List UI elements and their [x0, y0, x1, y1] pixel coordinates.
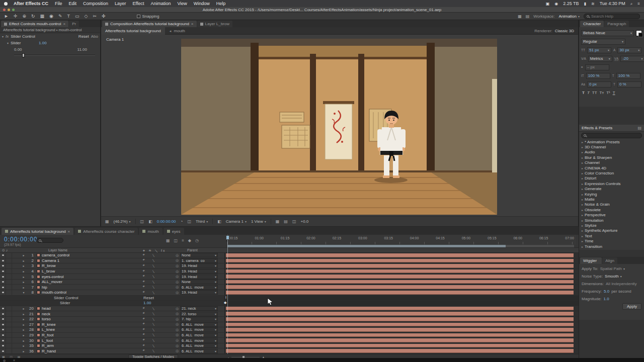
layer-name[interactable]: L_brow: [42, 269, 139, 274]
layer-track[interactable]: [224, 253, 579, 258]
workspace-selector[interactable]: Animation: [558, 14, 580, 19]
layer-name[interactable]: R_knee: [42, 322, 139, 327]
notification-center-icon[interactable]: [637, 1, 640, 6]
render-queue-icon[interactable]: [3, 358, 6, 362]
dimensions-select[interactable]: All Independently: [606, 282, 636, 286]
workspace-panel-icon[interactable]: [526, 14, 530, 19]
parent-select[interactable]: 1. camera_co: [180, 258, 218, 263]
layer-switches[interactable]: [139, 290, 155, 295]
settings-icon[interactable]: [13, 358, 15, 362]
grid-guides-icon[interactable]: [140, 219, 144, 224]
parent-cell[interactable]: 6. ALL_move: [176, 322, 218, 327]
faux-italic-icon[interactable]: T: [587, 90, 590, 95]
shy-layers-icon[interactable]: [182, 238, 184, 243]
audio-toggle[interactable]: [6, 322, 12, 327]
layer-name[interactable]: R_brow: [42, 263, 139, 268]
visibility-toggle[interactable]: [0, 285, 6, 290]
comp-mini-flowchart-icon[interactable]: [166, 238, 170, 243]
layer-track[interactable]: [224, 327, 579, 332]
preset-category[interactable]: Time: [579, 238, 644, 243]
about-link[interactable]: Abo: [91, 34, 98, 39]
layer-track[interactable]: [224, 290, 579, 295]
fast-previews-icon[interactable]: [284, 219, 288, 224]
orbit-camera-tool-icon[interactable]: [31, 13, 35, 20]
table-row[interactable]: ▸ 5 eyes-control 19. Head: [0, 274, 579, 280]
pixel-aspect-icon[interactable]: [276, 219, 280, 224]
disk-space-status[interactable]: 2.25 TB: [563, 1, 579, 6]
layer-duration-bar[interactable]: [226, 269, 574, 274]
preset-category[interactable]: Text: [579, 233, 644, 238]
label-color-chip[interactable]: [35, 306, 42, 311]
tab-layer-lbrow[interactable]: Layer L_brow: [197, 21, 232, 27]
audio-toggle[interactable]: [6, 311, 12, 316]
audio-toggle[interactable]: [6, 274, 12, 279]
preset-category[interactable]: CINEMA 4D: [579, 165, 644, 170]
kerning-select[interactable]: Metrics: [588, 56, 612, 62]
panel-menu-icon[interactable]: [637, 126, 641, 130]
table-row[interactable]: ▸ 1 camera_control None: [0, 253, 579, 258]
menu-item[interactable]: Edit: [69, 1, 77, 6]
audio-toggle[interactable]: [6, 285, 12, 290]
audio-toggle[interactable]: [6, 343, 12, 348]
layer-duration-bar[interactable]: [226, 312, 574, 316]
tab-composition[interactable]: Composition Aftereffects tutorial backgr…: [102, 21, 197, 27]
parent-select[interactable]: 6. ALL_move: [180, 327, 218, 332]
layer-switches[interactable]: [139, 269, 155, 274]
table-row[interactable]: Slider Control Reset: [0, 296, 579, 301]
layer-duration-bar[interactable]: [226, 253, 574, 257]
layer-duration-bar[interactable]: [226, 344, 574, 348]
layer-switches[interactable]: [139, 258, 155, 263]
tab-project[interactable]: Pr: [69, 21, 79, 27]
twirl-icon[interactable]: ▸: [21, 274, 26, 279]
view-layout-select[interactable]: 1 View: [251, 219, 266, 224]
preset-category[interactable]: Distort: [579, 176, 644, 181]
pick-whip-icon[interactable]: [176, 317, 179, 321]
av-features-header-icon[interactable]: [2, 248, 8, 252]
layer-name[interactable]: R_arm: [42, 343, 139, 348]
small-caps-icon[interactable]: Tᴛ: [600, 90, 604, 95]
layer-name[interactable]: camera_control: [42, 253, 139, 258]
tab-character[interactable]: Character: [580, 21, 604, 27]
menu-item[interactable]: Help: [216, 1, 226, 6]
visibility-toggle[interactable]: [0, 269, 6, 274]
preset-category[interactable]: Synthetic Aperture: [579, 228, 644, 233]
label-color-chip[interactable]: [35, 327, 42, 332]
pick-whip-icon[interactable]: [176, 322, 179, 326]
table-row[interactable]: ▸ 30 L_foot 6. ALL_move: [0, 338, 579, 343]
layer-switches[interactable]: [139, 317, 155, 322]
table-row[interactable]: ▸ 3 R_brow 19. Head: [0, 263, 579, 269]
parent-select[interactable]: 6. ALL_move: [180, 322, 218, 327]
exposure-value[interactable]: +0.0: [300, 219, 308, 224]
magnitude-value[interactable]: 1.0: [604, 297, 609, 301]
parent-select[interactable]: 19. Head: [180, 263, 218, 268]
parent-select[interactable]: 6. ALL_move: [180, 285, 218, 290]
layer-track[interactable]: [224, 296, 579, 301]
layer-name[interactable]: Slider: [42, 301, 139, 306]
twirl-icon[interactable]: ▸: [21, 343, 26, 348]
twirl-icon[interactable]: [21, 296, 26, 301]
visibility-toggle[interactable]: [0, 343, 6, 348]
twirl-icon[interactable]: ▸: [21, 306, 26, 311]
parent-cell[interactable]: 6. ALL_move: [176, 338, 218, 343]
tsume-field[interactable]: 0 %: [617, 81, 641, 87]
slider-control[interactable]: [14, 53, 95, 58]
layer-name[interactable]: L_knee: [42, 327, 139, 332]
layer-name-header[interactable]: Layer Name: [48, 248, 67, 252]
parent-select[interactable]: 7. hip: [180, 317, 218, 321]
parent-cell[interactable]: 19. Head: [176, 290, 218, 295]
horizontal-scale-field[interactable]: 100 %: [616, 73, 640, 79]
layer-duration-bar[interactable]: [226, 307, 574, 311]
label-color-chip[interactable]: [35, 274, 42, 279]
label-color-chip[interactable]: [35, 285, 42, 290]
table-row[interactable]: ▸ 36 R_hand 6. ALL_move: [0, 348, 579, 354]
layer-track[interactable]: [224, 322, 579, 327]
visibility-toggle[interactable]: [0, 338, 6, 343]
channels-icon[interactable]: [187, 219, 191, 224]
superscript-icon[interactable]: T¹: [606, 90, 610, 95]
spotlight-icon[interactable]: [630, 1, 632, 7]
roto-brush-tool-icon[interactable]: [93, 13, 97, 20]
twirl-icon[interactable]: [21, 301, 26, 306]
zoom-level-select[interactable]: (46.2%): [114, 219, 131, 224]
timeline-tab[interactable]: eyes: [164, 228, 184, 235]
pen-tool-icon[interactable]: [58, 13, 62, 20]
